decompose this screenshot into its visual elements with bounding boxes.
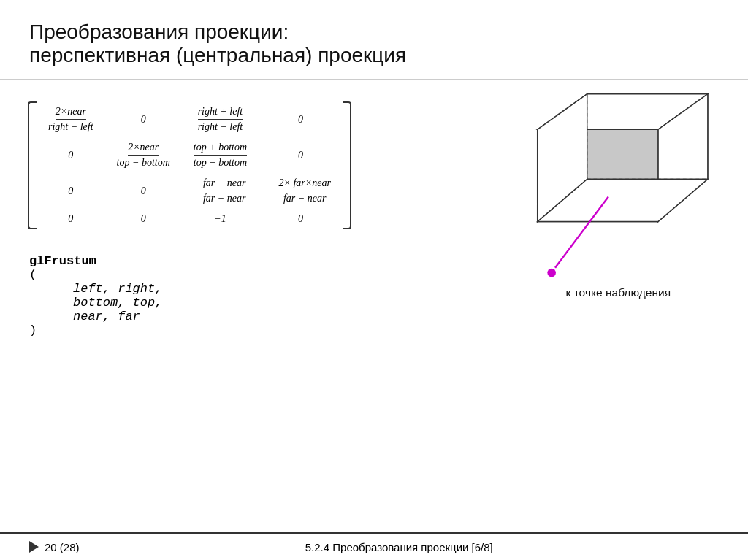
page-number: 20 (28) [45, 541, 80, 553]
frustum-illustration: к точке наблюдения [441, 87, 719, 335]
bracket-right [343, 101, 351, 229]
cell-3-0: 0 [37, 209, 105, 229]
fraction-tb-sum: top + bottom top − bottom [194, 142, 247, 169]
cell-2-1: 0 [105, 173, 182, 209]
cell-1-1: 2×near top − bottom [105, 137, 182, 173]
cell-3-3: 0 [259, 209, 343, 229]
fraction-2near-tb: 2×near top − bottom [117, 142, 170, 169]
code-line2: ( [29, 268, 427, 282]
table-row: 0 2×near top − bottom top + bottom top −… [37, 137, 343, 173]
main-content: 2×near right − left 0 right + left right… [0, 80, 748, 353]
bracket-left [28, 101, 37, 229]
header: Преобразования проекции: перспективная (… [0, 0, 748, 80]
cell-0-2: right + left right − left [182, 101, 259, 137]
code-line6: ) [29, 323, 427, 337]
footer-center: 5.2.4 Преобразования проекции [6/8] [80, 541, 719, 553]
cell-1-3: 0 [259, 137, 343, 173]
cell-2-3: − 2× far×near far − near [259, 173, 343, 209]
cell-2-0: 0 [37, 173, 105, 209]
title-line2: перспективная (центральная) проекция [29, 44, 719, 67]
matrix-table: 2×near right − left 0 right + left right… [37, 101, 343, 229]
code-line1: glFrustum [29, 254, 427, 268]
table-row: 2×near right − left 0 right + left right… [37, 101, 343, 137]
left-side: 2×near right − left 0 right + left right… [29, 94, 427, 338]
code-line5: near, far [29, 310, 427, 323]
right-side: к точке наблюдения [441, 87, 719, 338]
footer: 20 (28) 5.2.4 Преобразования проекции [6… [0, 532, 748, 560]
nav-triangle-icon[interactable] [29, 541, 39, 553]
code-block: glFrustum ( left, right, bottom, top, ne… [29, 254, 427, 337]
footer-left: 20 (28) [29, 541, 80, 553]
neg-fraction-fn: − far + near far − near [194, 177, 245, 204]
title-line1: Преобразования проекции: [29, 20, 719, 44]
table-row: 0 0 − far + near far − near [37, 173, 343, 209]
observer-dot [547, 269, 556, 277]
cell-0-1: 0 [105, 101, 182, 137]
matrix: 2×near right − left 0 right + left right… [37, 101, 343, 229]
cell-1-0: 0 [37, 137, 105, 173]
cell-0-3: 0 [259, 101, 343, 137]
fraction-rl-sum: right + left right − left [198, 106, 243, 133]
cell-3-1: 0 [105, 209, 182, 229]
cell-0-0: 2×near right − left [37, 101, 105, 137]
cell-1-2: top + bottom top − bottom [182, 137, 259, 173]
cell-3-2: −1 [182, 209, 259, 229]
neg-fraction-2fn: − 2× far×near far − near [270, 177, 331, 204]
observer-text-svg: к точке наблюдения [566, 286, 671, 299]
code-line3: left, right, [29, 282, 427, 296]
cell-2-2: − far + near far − near [182, 173, 259, 209]
table-row: 0 0 −1 0 [37, 209, 343, 229]
fraction-2near-rl: 2×near right − left [48, 106, 94, 133]
page: Преобразования проекции: перспективная (… [0, 0, 748, 560]
code-line4: bottom, top, [29, 296, 427, 310]
